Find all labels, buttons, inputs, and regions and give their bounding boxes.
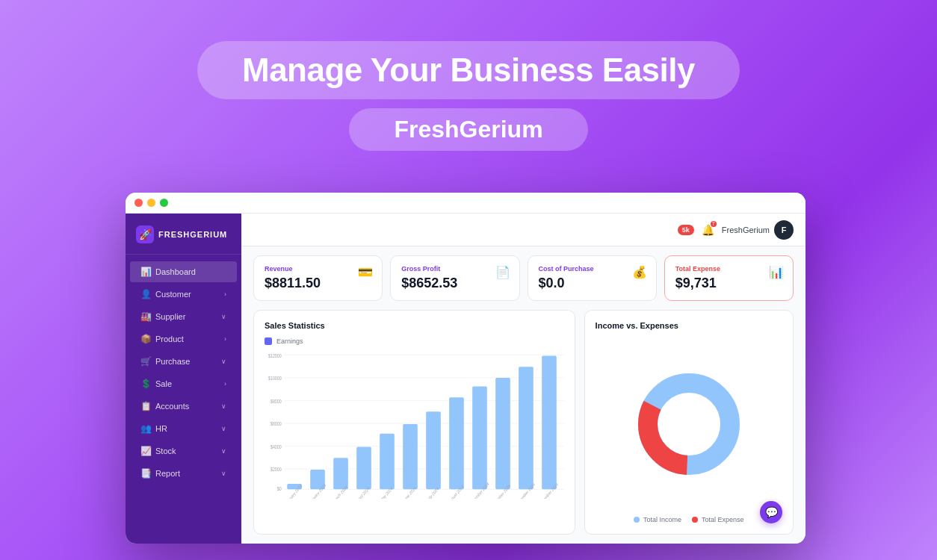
user-menu[interactable]: FreshGerium F <box>722 220 794 240</box>
gross-profit-icon: 📄 <box>495 265 510 279</box>
hero-subtitle: FreshGerium <box>394 116 542 143</box>
hero-area: Manage Your Business Easily FreshGerium <box>0 0 937 151</box>
earnings-legend-dot <box>265 337 272 345</box>
sidebar-item-label-accounts: Accounts <box>155 402 189 411</box>
svg-text:$8000: $8000 <box>270 398 282 404</box>
legend-expense: Total Expense <box>692 516 744 523</box>
notification-dot: 7 <box>711 221 717 227</box>
dashboard-icon: 📊 <box>140 267 151 277</box>
sidebar-item-sale[interactable]: 💲 Sale › <box>130 373 237 394</box>
sidebar-item-product[interactable]: 📦 Product › <box>130 329 237 349</box>
sidebar-item-hr[interactable]: 👥 HR ∨ <box>130 418 237 439</box>
maximize-dot[interactable] <box>160 199 168 207</box>
sales-chart-title: Sales Statistics <box>265 321 564 330</box>
purchase-icon: 🛒 <box>140 356 151 367</box>
dashboard-content: Revenue $8811.50 💳 Gross Profit $8652.53… <box>241 246 805 544</box>
sidebar-item-report[interactable]: 📑 Report ∨ <box>130 463 237 484</box>
total-expense-icon: 📊 <box>769 265 784 279</box>
badge-5k: 5k <box>678 225 694 235</box>
svg-text:$12000: $12000 <box>268 352 282 358</box>
sidebar-brand: 🚀 FRESHGERIUM <box>126 221 241 255</box>
hr-icon: 👥 <box>140 423 151 434</box>
svg-text:$4000: $4000 <box>270 444 282 449</box>
stat-value-total-expense: $9,731 <box>675 276 782 291</box>
sidebar-item-purchase[interactable]: 🛒 Purchase ∨ <box>130 351 237 372</box>
chevron-down-icon-6: ∨ <box>221 470 226 477</box>
stat-card-cost-purchase: Cost of Purchase $0.0 💰 <box>528 255 657 301</box>
svg-rect-24 <box>403 424 418 489</box>
chevron-down-icon-3: ∨ <box>221 402 226 410</box>
donut-chart-card: Income vs. Expenses <box>584 310 794 535</box>
report-icon: 📑 <box>140 468 151 479</box>
main-content: 5k 🔔 7 FreshGerium F Revenue <box>241 214 805 544</box>
svg-rect-20 <box>356 447 371 490</box>
stat-value-gross-profit: $8652.53 <box>401 276 508 291</box>
chevron-down-icon-2: ∨ <box>221 358 226 365</box>
svg-rect-18 <box>333 458 348 489</box>
chart-legend: Earnings <box>265 337 564 345</box>
sidebar-item-label-stock: Stock <box>155 447 176 455</box>
stock-icon: 📈 <box>140 446 151 456</box>
hero-subtitle-pill: FreshGerium <box>349 108 587 151</box>
sidebar-item-label-report: Report <box>155 469 180 478</box>
sidebar-item-customer[interactable]: 👤 Customer › <box>130 284 237 305</box>
bar-chart-svg: $12000 $10000 $8000 $6000 $4000 $2000 $0 <box>265 349 564 499</box>
user-avatar: F <box>774 220 794 240</box>
brand-icon: 🚀 <box>136 225 154 243</box>
income-legend-label: Total Income <box>643 516 681 523</box>
stat-card-revenue: Revenue $8811.50 💳 <box>253 255 383 301</box>
product-icon: 📦 <box>140 334 151 344</box>
stat-label-gross-profit: Gross Profit <box>401 265 508 273</box>
expense-legend-label: Total Expense <box>702 516 744 523</box>
svg-rect-22 <box>380 434 395 490</box>
app-window: 🚀 FRESHGERIUM 📊 Dashboard 👤 Customer › 🏭 <box>126 193 805 544</box>
stat-card-total-expense: Total Expense $9,731 📊 <box>664 255 794 301</box>
sidebar-item-label-purchase: Purchase <box>155 357 190 366</box>
cost-purchase-icon: 💰 <box>632 265 647 279</box>
hero-title-pill: Manage Your Business Easily <box>197 41 740 99</box>
sidebar-item-accounts[interactable]: 📋 Accounts ∨ <box>130 396 237 417</box>
sidebar-item-stock[interactable]: 📈 Stock ∨ <box>130 441 237 461</box>
sidebar-item-label-dashboard: Dashboard <box>155 267 196 276</box>
donut-svg <box>629 364 749 484</box>
svg-text:$2000: $2000 <box>270 466 282 472</box>
sidebar-item-supplier[interactable]: 🏭 Supplier ∨ <box>130 306 237 327</box>
hero-title: Manage Your Business Easily <box>242 52 695 88</box>
donut-legend: Total Income Total Expense <box>596 516 782 523</box>
brand-name: FRESHGERIUM <box>158 230 227 239</box>
stat-label-revenue: Revenue <box>265 265 371 273</box>
expense-legend-dot <box>692 517 698 523</box>
stat-value-cost-purchase: $0.0 <box>539 276 646 291</box>
stat-label-total-expense: Total Expense <box>675 265 782 273</box>
sidebar-item-label-customer: Customer <box>155 290 191 299</box>
charts-row: Sales Statistics Earnings $12000 $10000 … <box>253 310 794 535</box>
close-dot[interactable] <box>134 199 143 207</box>
sales-chart-card: Sales Statistics Earnings $12000 $10000 … <box>253 310 575 535</box>
stat-card-gross-profit: Gross Profit $8652.53 📄 <box>390 255 519 301</box>
sidebar-item-dashboard[interactable]: 📊 Dashboard <box>130 261 237 282</box>
sale-icon: 💲 <box>140 379 151 389</box>
sidebar-item-label-hr: HR <box>155 424 167 433</box>
stats-row: Revenue $8811.50 💳 Gross Profit $8652.53… <box>253 255 794 301</box>
chat-button[interactable]: 💬 <box>760 501 782 523</box>
app-body: 🚀 FRESHGERIUM 📊 Dashboard 👤 Customer › 🏭 <box>126 214 805 544</box>
donut-container <box>596 337 782 510</box>
notification-button[interactable]: 🔔 7 <box>702 223 714 237</box>
main-header: 5k 🔔 7 FreshGerium F <box>241 214 805 246</box>
chevron-right-icon-2: › <box>224 335 226 343</box>
svg-text:$6000: $6000 <box>270 420 282 426</box>
svg-rect-26 <box>426 411 441 489</box>
chevron-down-icon-5: ∨ <box>221 447 226 455</box>
svg-text:$10000: $10000 <box>268 375 282 381</box>
svg-rect-32 <box>495 378 510 489</box>
svg-rect-30 <box>472 386 487 489</box>
sidebar-item-label-sale: Sale <box>155 379 172 388</box>
svg-rect-28 <box>449 397 464 489</box>
svg-text:$0: $0 <box>277 486 282 492</box>
sidebar-item-label-product: Product <box>155 335 184 343</box>
stat-value-revenue: $8811.50 <box>265 276 371 291</box>
username-label: FreshGerium <box>722 225 770 234</box>
stat-label-cost-purchase: Cost of Purchase <box>539 265 646 273</box>
minimize-dot[interactable] <box>147 199 155 207</box>
sidebar-item-label-supplier: Supplier <box>155 312 185 321</box>
